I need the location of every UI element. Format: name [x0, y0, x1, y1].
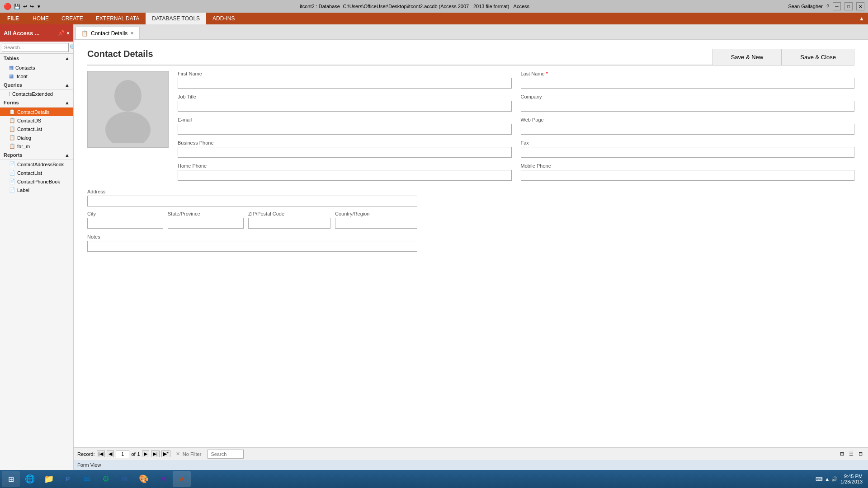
taskbar-start-btn[interactable]: ⊞: [2, 471, 20, 487]
taskbar-folder-btn[interactable]: 📁: [40, 471, 58, 487]
taskbar-publisher-btn[interactable]: P: [59, 471, 77, 487]
volume-icon[interactable]: 🔊: [831, 476, 838, 482]
sidebar-section-reports[interactable]: Reports ▲: [0, 150, 73, 160]
no-filter-label[interactable]: No Filter: [183, 451, 202, 457]
quick-access-dropdown[interactable]: ▼: [37, 4, 41, 9]
next-record-btn[interactable]: ▶: [142, 450, 149, 457]
record-total: 1: [137, 451, 140, 457]
sidebar-item-contact-list[interactable]: 📋 ContactList: [0, 125, 73, 133]
sidebar-collapse-icon[interactable]: «: [66, 30, 70, 36]
ribbon-collapse-btn[interactable]: ▲: [859, 15, 864, 22]
save-close-button[interactable]: Save & Close: [782, 49, 854, 66]
record-number-input[interactable]: [116, 450, 129, 458]
sidebar-item-contact-phone-book[interactable]: 📄 ContactPhoneBook: [0, 177, 73, 186]
web-page-input[interactable]: [521, 124, 855, 135]
home-phone-input[interactable]: [178, 170, 512, 181]
sidebar-item-label-report[interactable]: 📄 Label: [0, 186, 73, 194]
ribbon-external-data-tab[interactable]: EXTERNAL DATA: [90, 13, 146, 24]
taskbar-outlook-btn[interactable]: ✉: [78, 471, 96, 487]
job-title-input[interactable]: [178, 101, 512, 112]
ribbon-file-tab[interactable]: FILE: [0, 13, 26, 24]
sidebar-pin-icon[interactable]: 📌: [58, 30, 65, 36]
sidebar-item-contact-address-book[interactable]: 📄 ContactAddressBook: [0, 160, 73, 169]
company-input[interactable]: [521, 101, 855, 112]
email-input[interactable]: [178, 124, 512, 135]
ribbon-home-tab[interactable]: HOME: [26, 13, 55, 24]
form-content-area: Contact Details Save & New Save & Close: [74, 40, 868, 447]
taskbar-paint-btn[interactable]: 🎨: [135, 471, 153, 487]
sidebar-item-itcont[interactable]: ▦ Itcont: [0, 72, 73, 80]
field-row-home-mobile: Home Phone Mobile Phone: [178, 163, 854, 181]
contact-details-tab[interactable]: 📋 Contact Details ✕: [75, 27, 140, 39]
new-record-btn[interactable]: ▶*: [161, 450, 170, 457]
record-label: Record:: [77, 451, 95, 457]
ribbon-add-ins-tab[interactable]: ADD-INS: [206, 13, 241, 24]
business-phone-input[interactable]: [178, 147, 512, 158]
first-record-btn[interactable]: |◀: [97, 450, 105, 457]
home-phone-label: Home Phone: [178, 163, 512, 169]
address-input[interactable]: [87, 196, 417, 206]
close-btn[interactable]: ✕: [856, 2, 864, 10]
first-name-input[interactable]: [178, 78, 512, 89]
sidebar-item-contact-ds[interactable]: 📋 ContactDS: [0, 116, 73, 125]
keyboard-icon[interactable]: ⌨: [816, 476, 823, 482]
sidebar-item-contact-details[interactable]: 📋 ContactDetails: [0, 108, 73, 116]
taskbar-onenote-btn[interactable]: N: [154, 471, 172, 487]
quick-access-undo[interactable]: ↩: [23, 4, 27, 9]
field-group-first-name: First Name: [178, 71, 512, 89]
report-icon-3: 📄: [9, 178, 15, 184]
sidebar-item-contacts-extended[interactable]: ! ContactsExtended: [0, 90, 73, 98]
state-input[interactable]: [168, 218, 244, 229]
sidebar-item-contact-list-report[interactable]: 📄 ContactList: [0, 169, 73, 177]
field-group-fax: Fax: [521, 140, 855, 158]
address-label: Address: [87, 189, 854, 194]
up-arrow-icon[interactable]: ▲: [825, 476, 830, 482]
ribbon-create-tab[interactable]: CREATE: [55, 13, 90, 24]
help-btn[interactable]: ?: [826, 4, 829, 9]
field-group-mobile-phone: Mobile Phone: [521, 163, 855, 181]
sidebar-item-contacts[interactable]: ▦ Contacts: [0, 63, 73, 72]
sidebar-section-forms[interactable]: Forms ▲: [0, 98, 73, 108]
sidebar-item-dialog[interactable]: 📋 Dialog: [0, 133, 73, 142]
country-input[interactable]: [335, 218, 417, 229]
bottom-status-bar: Form View: [74, 460, 868, 470]
sidebar-search-input[interactable]: [2, 43, 69, 52]
taskbar-word-btn[interactable]: W: [116, 471, 134, 487]
last-record-btn[interactable]: ▶|: [151, 450, 160, 457]
fax-input[interactable]: [521, 147, 855, 158]
sidebar-search-box: 🔍: [0, 42, 73, 54]
taskbar-ie-btn[interactable]: 🌐: [21, 471, 39, 487]
sidebar-section-queries[interactable]: Queries ▲: [0, 80, 73, 90]
city-input[interactable]: [87, 218, 163, 229]
layout-icon-3[interactable]: ⊟: [857, 451, 864, 456]
sidebar-section-tables[interactable]: Tables ▲: [0, 54, 73, 63]
zip-input[interactable]: [248, 218, 330, 229]
field-group-company: Company: [521, 94, 855, 112]
mobile-phone-input[interactable]: [521, 170, 855, 181]
filter-x-icon: ✕: [176, 451, 180, 457]
prev-record-btn[interactable]: ◀: [107, 450, 114, 457]
last-name-input[interactable]: [521, 78, 855, 89]
sidebar-item-form[interactable]: 📋 for_m: [0, 142, 73, 150]
save-new-button[interactable]: Save & New: [712, 49, 782, 66]
layout-icon-2[interactable]: ☰: [847, 451, 855, 456]
quick-access-redo[interactable]: ↪: [30, 4, 34, 9]
ribbon-database-tools-tab[interactable]: DATABASE TOOLS: [146, 13, 206, 24]
taskbar-clock[interactable]: 9:45 PM 1/28/2013: [840, 474, 863, 484]
minimize-btn[interactable]: ─: [833, 2, 841, 10]
notes-input[interactable]: [87, 241, 417, 252]
layout-icon-1[interactable]: ⊞: [838, 451, 846, 456]
quick-access-save[interactable]: 💾: [14, 4, 20, 9]
city-label: City: [87, 211, 163, 216]
avatar-box[interactable]: [87, 71, 169, 148]
field-group-business-phone: Business Phone: [178, 140, 512, 158]
taskbar-icons: ⌨ ▲ 🔊: [816, 476, 838, 482]
sidebar-item-label-6: ContactList: [17, 127, 42, 132]
report-icon-1: 📄: [9, 161, 15, 167]
taskbar-turbo-btn[interactable]: ⚙: [97, 471, 115, 487]
restore-btn[interactable]: □: [844, 2, 853, 10]
taskbar-access-btn[interactable]: A: [173, 471, 191, 487]
title-bar-controls: Sean Gallagher ? ─ □ ✕: [788, 2, 864, 10]
tab-close-icon[interactable]: ✕: [130, 31, 134, 36]
search-input[interactable]: [208, 450, 244, 459]
